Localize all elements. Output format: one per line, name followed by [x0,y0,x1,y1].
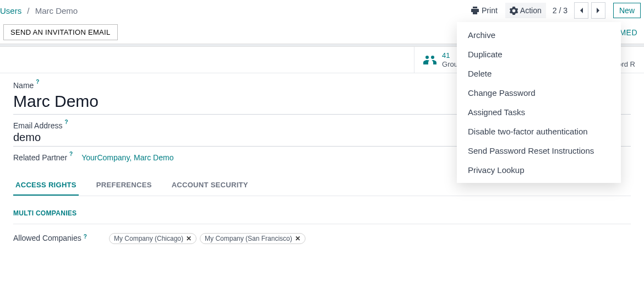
label-text: Email Address [13,121,62,130]
tag-remove-icon[interactable]: ✕ [186,235,192,242]
tag-text: My Company (Chicago) [114,235,183,242]
action-assigned-tasks[interactable]: Assigned Tasks [457,102,621,122]
allowed-companies-tags[interactable]: My Company (Chicago) ✕ My Company (San F… [109,233,305,244]
print-label: Print [482,6,498,15]
action-delete[interactable]: Delete [457,64,621,83]
action-dropdown: Archive Duplicate Delete Change Password… [457,22,621,183]
new-button[interactable]: New [613,3,641,18]
breadcrumb-separator: / [27,6,29,15]
help-icon[interactable]: ? [36,79,39,85]
email-label: Email Address ? [13,121,68,130]
label-text: Name [13,81,34,90]
action-archive[interactable]: Archive [457,25,621,45]
action-send-password-reset[interactable]: Send Password Reset Instructions [457,141,621,160]
prev-button[interactable] [574,2,588,19]
name-label: Name ? [13,81,39,90]
tab-preferences[interactable]: PREFERENCES [94,175,154,196]
action-change-password[interactable]: Change Password [457,83,621,102]
label-text: Allowed Companies [13,234,81,242]
pager[interactable]: 2 / 3 [549,6,571,15]
tab-account-security[interactable]: ACCOUNT SECURITY [170,175,250,196]
action-privacy-lookup[interactable]: Privacy Lookup [457,160,621,180]
gear-icon [510,7,518,15]
users-icon [423,55,436,66]
section-divider [13,224,631,224]
label-text: Related Partner [13,153,67,162]
status-badge: MED [619,28,638,37]
breadcrumb-root[interactable]: Users [0,6,21,15]
tab-access-rights[interactable]: ACCESS RIGHTS [13,175,79,196]
help-icon[interactable]: ? [64,119,68,125]
breadcrumb-current: Marc Demo [35,6,78,15]
partner-label: Related Partner ? [13,153,73,162]
tag-remove-icon[interactable]: ✕ [295,235,301,242]
related-partner-link[interactable]: YourCompany, Marc Demo [81,153,173,162]
company-tag[interactable]: My Company (Chicago) ✕ [109,233,197,244]
send-invitation-button[interactable]: SEND AN INVITATION EMAIL [3,24,118,40]
action-button[interactable]: Action [505,3,546,18]
allowed-companies-label: Allowed Companies ? [13,233,96,244]
next-button[interactable] [591,2,605,19]
action-disable-2fa[interactable]: Disable two-factor authentication [457,122,621,141]
breadcrumb: Users / Marc Demo [0,6,78,15]
chevron-right-icon [596,7,601,14]
tag-text: My Company (San Francisco) [205,235,292,242]
section-multi-companies: MULTI COMPANIES [13,209,631,217]
chevron-left-icon [579,7,583,14]
help-icon[interactable]: ? [84,234,87,240]
help-icon[interactable]: ? [69,151,73,157]
print-icon [471,6,479,15]
print-button[interactable]: Print [466,4,502,17]
company-tag[interactable]: My Company (San Francisco) ✕ [200,233,305,244]
action-duplicate[interactable]: Duplicate [457,45,621,64]
action-label: Action [520,6,542,15]
